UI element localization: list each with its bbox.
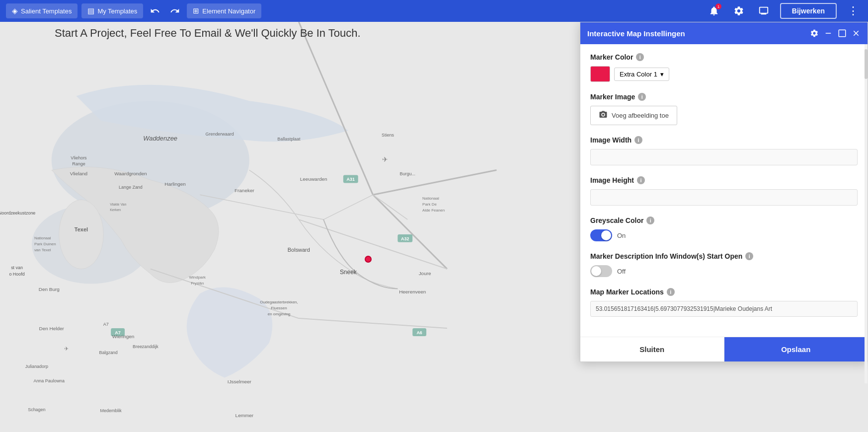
greyscale-toggle-label: On bbox=[617, 232, 626, 239]
marker-description-label: Marker Description Info Window(s) Start … bbox=[590, 252, 858, 260]
marker-color-info-icon[interactable]: i bbox=[636, 53, 644, 61]
panel-scrollbar-thumb[interactable] bbox=[865, 49, 868, 79]
svg-text:Joure: Joure bbox=[419, 271, 431, 276]
svg-text:A7: A7 bbox=[103, 322, 109, 327]
svg-text:Fluessen: Fluessen bbox=[271, 306, 287, 310]
map-marker bbox=[365, 256, 372, 263]
svg-text:Waardgronden: Waardgronden bbox=[114, 171, 147, 176]
map-marker-locations-info-icon[interactable]: i bbox=[667, 288, 675, 296]
element-navigator-button[interactable]: ⊞ Element Navigator bbox=[187, 3, 261, 18]
svg-text:Lange Zand: Lange Zand bbox=[119, 185, 143, 190]
svg-text:Den Burg: Den Burg bbox=[39, 287, 60, 292]
svg-text:Texel: Texel bbox=[75, 226, 88, 232]
svg-text:Fryslân: Fryslân bbox=[191, 281, 204, 286]
opslaan-button[interactable]: Opslaan bbox=[724, 337, 868, 361]
color-selector: Extra Color 1 ▾ bbox=[590, 66, 858, 82]
svg-text:Grenderwaard: Grenderwaard bbox=[206, 132, 234, 137]
image-width-section: Image Width i bbox=[590, 136, 858, 165]
svg-text:Stiens: Stiens bbox=[382, 133, 394, 138]
salient-templates-button[interactable]: ◈ Salient Templates bbox=[6, 3, 78, 18]
undo-button[interactable] bbox=[147, 3, 163, 19]
image-width-input[interactable] bbox=[590, 149, 858, 165]
svg-text:Harlingen: Harlingen bbox=[164, 181, 186, 187]
svg-text:✈: ✈ bbox=[64, 346, 69, 352]
marker-description-toggle[interactable] bbox=[590, 265, 612, 277]
panel-maximize-icon[interactable] bbox=[838, 29, 847, 38]
salient-templates-icon: ◈ bbox=[12, 6, 18, 15]
preview-button[interactable] bbox=[755, 2, 772, 19]
map-marker-locations-input[interactable] bbox=[590, 301, 858, 317]
marker-description-info-icon[interactable]: i bbox=[745, 252, 753, 260]
add-image-button[interactable]: Voeg afbeelding toe bbox=[590, 106, 677, 125]
greyscale-color-label: Greyscale Color i bbox=[590, 216, 858, 224]
svg-text:Waddenzee: Waddenzee bbox=[143, 135, 177, 142]
panel-scrollbar-track bbox=[865, 44, 868, 383]
marker-image-info-icon[interactable]: i bbox=[638, 93, 646, 101]
image-height-section: Image Height i bbox=[590, 176, 858, 206]
page-subtitle: Start A Project, Feel Free To Email & We… bbox=[55, 27, 361, 40]
bijwerken-button[interactable]: Bijwerken bbox=[780, 3, 837, 19]
svg-text:Medemblik: Medemblik bbox=[100, 408, 122, 413]
svg-text:en omgeving: en omgeving bbox=[268, 312, 291, 316]
svg-text:Lemmer: Lemmer bbox=[236, 413, 254, 418]
redo-button[interactable] bbox=[167, 3, 183, 19]
svg-text:Park De: Park De bbox=[422, 202, 437, 207]
element-navigator-label: Element Navigator bbox=[202, 7, 255, 15]
map-marker-locations-label: Map Marker Locations i bbox=[590, 288, 858, 296]
svg-text:Nationaal: Nationaal bbox=[422, 196, 439, 201]
svg-text:Nationaal: Nationaal bbox=[34, 236, 51, 240]
panel-header-icons bbox=[810, 29, 861, 38]
svg-text:o Hoofd: o Hoofd bbox=[9, 272, 24, 277]
svg-text:Burgu...: Burgu... bbox=[400, 171, 415, 176]
svg-text:Schagen: Schagen bbox=[28, 407, 45, 412]
svg-text:Kerken: Kerken bbox=[110, 208, 121, 212]
panel-footer: Sluiten Opslaan bbox=[580, 337, 868, 361]
settings-button[interactable] bbox=[730, 2, 747, 19]
toolbar-right: 1 Bijwerken ⋮ bbox=[706, 1, 862, 20]
greyscale-info-icon[interactable]: i bbox=[646, 216, 654, 224]
marker-color-section: Marker Color i Extra Color 1 ▾ bbox=[590, 53, 858, 82]
panel-settings-icon[interactable] bbox=[810, 29, 819, 38]
greyscale-toggle[interactable] bbox=[590, 229, 612, 241]
svg-text:A32: A32 bbox=[401, 236, 409, 241]
notification-button[interactable]: 1 bbox=[706, 2, 722, 19]
marker-description-section: Marker Description Info Window(s) Start … bbox=[590, 252, 858, 277]
svg-text:van Texel: van Texel bbox=[34, 248, 51, 252]
svg-text:A31: A31 bbox=[347, 177, 355, 182]
element-navigator-icon: ⊞ bbox=[193, 6, 199, 15]
color-swatch[interactable] bbox=[590, 66, 610, 82]
color-dropdown-label: Extra Color 1 bbox=[620, 71, 657, 78]
settings-panel: Interactive Map Instellingen bbox=[580, 22, 868, 362]
svg-text:Park Duinen: Park Duinen bbox=[34, 242, 56, 246]
my-templates-label: My Templates bbox=[97, 7, 137, 15]
svg-text:✈: ✈ bbox=[382, 155, 388, 163]
svg-rect-71 bbox=[839, 30, 846, 37]
my-templates-button[interactable]: ▤ My Templates bbox=[81, 3, 143, 18]
panel-body: Marker Color i Extra Color 1 ▾ Marker Im… bbox=[580, 44, 868, 337]
panel-minimize-icon[interactable] bbox=[824, 29, 833, 38]
svg-text:Wieringen: Wieringen bbox=[112, 334, 135, 339]
toolbar: ◈ Salient Templates ▤ My Templates ⊞ Ele… bbox=[0, 0, 868, 22]
svg-text:Den Helder: Den Helder bbox=[39, 326, 65, 331]
svg-text:IJsselmeer: IJsselmeer bbox=[228, 379, 252, 384]
image-width-info-icon[interactable]: i bbox=[634, 136, 642, 144]
add-image-label: Voeg afbeelding toe bbox=[612, 112, 669, 119]
greyscale-toggle-row: On bbox=[590, 229, 858, 241]
svg-text:Range: Range bbox=[72, 161, 85, 166]
image-height-info-icon[interactable]: i bbox=[637, 176, 645, 184]
notification-badge: 1 bbox=[715, 3, 721, 9]
image-width-label: Image Width i bbox=[590, 136, 858, 144]
svg-point-3 bbox=[59, 200, 104, 269]
svg-text:Vliehors: Vliehors bbox=[71, 155, 87, 160]
svg-text:Anna Paulowna: Anna Paulowna bbox=[33, 378, 65, 383]
more-options-button[interactable]: ⋮ bbox=[845, 1, 862, 20]
marker-color-label: Marker Color i bbox=[590, 53, 858, 61]
panel-close-icon[interactable] bbox=[852, 29, 861, 38]
svg-text:Noordzeekustzone: Noordzeekustzone bbox=[0, 211, 35, 216]
svg-text:Julianadorp: Julianadorp bbox=[25, 364, 48, 369]
sluiten-button[interactable]: Sluiten bbox=[580, 337, 724, 361]
image-height-input[interactable] bbox=[590, 189, 858, 206]
color-dropdown[interactable]: Extra Color 1 ▾ bbox=[614, 68, 669, 81]
svg-text:Vlakte Van: Vlakte Van bbox=[110, 203, 126, 206]
image-height-label: Image Height i bbox=[590, 176, 858, 184]
